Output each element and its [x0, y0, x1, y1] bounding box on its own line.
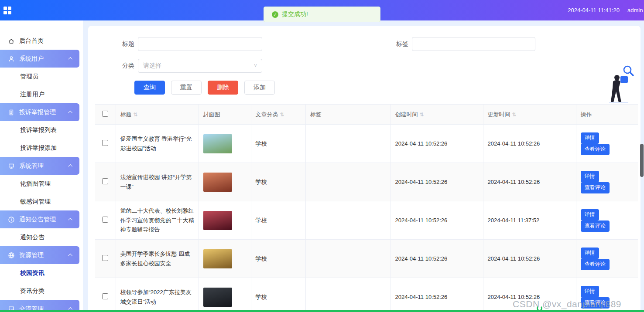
view-comments-button[interactable]: 查看评论: [581, 220, 610, 232]
row-checkbox[interactable]: [102, 178, 108, 184]
sidebar-subitem-5-1[interactable]: 资讯分类: [0, 282, 83, 300]
column-header[interactable]: 创建时间⇅: [391, 105, 483, 125]
column-header[interactable]: 标题⇅: [116, 105, 199, 125]
category-select[interactable]: 请选择 ˅: [138, 59, 262, 73]
table-row: 法治宣传进校园 讲好“开学第一课”学校2024-04-11 10:52:2620…: [95, 163, 638, 201]
sidebar-group-1[interactable]: 系统用户: [0, 50, 79, 68]
chevron-up-icon: [68, 254, 72, 258]
created-cell: 2024-04-11 10:52:26: [391, 125, 483, 163]
cover-image-dark-video-grid: [203, 288, 232, 307]
chevron-up-icon: [68, 57, 72, 61]
category-cell: 学校: [251, 163, 305, 201]
filter-form: 标题 标签 分类 请选择 ˅ 查询 重置 删除 添加: [88, 26, 641, 95]
sidebar-item-label: 后台首页: [19, 37, 44, 45]
sort-icon[interactable]: ⇅: [280, 112, 284, 118]
tag-cell: [305, 201, 391, 240]
sidebar-subitem-1-1[interactable]: 注册用户: [0, 85, 83, 103]
sidebar-subitem-2-0[interactable]: 投诉举报列表: [0, 121, 83, 139]
home-icon: [8, 37, 15, 44]
tag-filter-label: 标签: [395, 40, 408, 48]
header-right: 2024-04-11 11:41:20 admin: [568, 7, 644, 14]
sidebar-group-label: 投诉举报管理: [19, 109, 56, 116]
detail-button[interactable]: 详情: [581, 286, 599, 297]
cover-image-autumn-campus-path: [203, 249, 232, 268]
table-row: 促爱国主义教育 香港举行“光影进校园”活动学校2024-04-11 10:52:…: [95, 125, 638, 163]
sidebar-group-4[interactable]: 通知公告管理: [0, 210, 79, 228]
cover-cell: [199, 278, 251, 312]
row-checkbox[interactable]: [102, 293, 108, 299]
chevron-up-icon: [68, 218, 72, 222]
sidebar-group-5[interactable]: 资源管理: [0, 246, 79, 264]
table-row: 党的二十大代表、校长刘雅红作学习宣传贯彻党的二十大精神专题辅导报告学校2024-…: [95, 201, 638, 240]
category-cell: 学校: [251, 125, 305, 163]
sidebar-subitem-5-0[interactable]: 校园资讯: [0, 264, 83, 282]
table-body: 促爱国主义教育 香港举行“光影进校园”活动学校2024-04-11 10:52:…: [95, 125, 638, 312]
tag-cell: [305, 125, 391, 163]
detail-button[interactable]: 详情: [581, 209, 599, 220]
column-header[interactable]: 文章分类⇅: [251, 105, 305, 125]
select-all-cell: [95, 105, 116, 125]
view-comments-button[interactable]: 查看评论: [581, 259, 610, 270]
chevron-up-icon: [68, 164, 72, 169]
updated-cell: 2024-04-11 10:52:26: [483, 163, 576, 201]
add-button[interactable]: 添加: [244, 81, 275, 95]
success-check-icon: ✓: [272, 11, 278, 18]
row-checkbox[interactable]: [102, 255, 108, 261]
detail-button[interactable]: 详情: [581, 248, 599, 259]
detail-button[interactable]: 详情: [581, 171, 599, 182]
globe-icon: [8, 252, 15, 259]
success-toast: ✓ 提交成功!: [264, 7, 380, 22]
row-checkbox[interactable]: [102, 140, 108, 146]
reset-button[interactable]: 重置: [171, 81, 202, 95]
header-clock: 2024-04-11 11:41:20: [568, 7, 620, 14]
created-cell: 2024-04-11 10:52:26: [391, 278, 483, 312]
tag-filter-input[interactable]: [412, 37, 535, 51]
sort-icon[interactable]: ⇅: [512, 112, 517, 118]
column-header[interactable]: 更新时间⇅: [483, 105, 576, 125]
info-icon: [8, 216, 15, 223]
category-cell: 学校: [251, 278, 305, 312]
header-username[interactable]: admin: [627, 7, 644, 14]
sidebar-subitem-3-1[interactable]: 敏感词管理: [0, 193, 83, 210]
sidebar-subitem-3-0[interactable]: 轮播图管理: [0, 175, 83, 193]
select-all-checkbox[interactable]: [102, 111, 108, 117]
app-menu-grid-icon[interactable]: [3, 7, 11, 14]
delete-button[interactable]: 删除: [208, 81, 238, 95]
title-cell: 党的二十大代表、校长刘雅红作学习宣传贯彻党的二十大精神专题辅导报告: [116, 201, 199, 240]
sort-icon[interactable]: ⇅: [134, 112, 138, 118]
cover-image-campus-green-trees: [203, 134, 232, 153]
updated-cell: 2024-04-11 10:52:26: [483, 125, 576, 163]
updated-cell: 2024-04-11 10:52:26: [483, 240, 576, 278]
table-row: 美国开学季家长多忧愁 四成多家长担心校园安全学校2024-04-11 10:52…: [95, 240, 638, 278]
row-checkbox[interactable]: [102, 217, 108, 223]
sidebar-group-label: 通知公告管理: [19, 216, 56, 224]
sidebar-subitem-1-0[interactable]: 管理员: [0, 68, 83, 85]
category-cell: 学校: [251, 240, 305, 278]
sidebar-group-3[interactable]: 系统管理: [0, 157, 79, 175]
search-button[interactable]: 查询: [134, 81, 165, 95]
cover-image-red-brick-building: [203, 173, 232, 192]
page-scrollbar-thumb[interactable]: [640, 144, 644, 177]
sidebar-subitem-4-0[interactable]: 通知公告: [0, 228, 83, 246]
created-cell: 2024-04-11 10:52:26: [391, 240, 483, 278]
detail-button[interactable]: 详情: [581, 132, 599, 144]
category-cell: 学校: [251, 201, 305, 240]
tag-cell: [305, 163, 391, 201]
sidebar-item-0[interactable]: 后台首页: [0, 32, 83, 50]
main-panel: 标题 标签 分类 请选择 ˅ 查询 重置 删除 添加: [88, 26, 641, 312]
search-illustration: [607, 64, 635, 104]
view-comments-button[interactable]: 查看评论: [581, 144, 610, 155]
sort-icon[interactable]: ⇅: [420, 112, 424, 118]
report-icon: [8, 109, 15, 116]
title-filter-input[interactable]: [138, 37, 262, 51]
sidebar: 后台首页系统用户管理员注册用户投诉举报管理投诉举报列表投诉举报添加系统管理轮播图…: [0, 20, 83, 312]
sidebar-group-2[interactable]: 投诉举报管理: [0, 103, 79, 121]
toast-message: 提交成功!: [282, 10, 308, 18]
category-filter-label: 分类: [121, 62, 134, 70]
created-cell: 2024-04-11 10:52:26: [391, 201, 483, 240]
sidebar-subitem-2-1[interactable]: 投诉举报添加: [0, 139, 83, 157]
column-header: 操作: [576, 105, 638, 125]
view-comments-button[interactable]: 查看评论: [581, 182, 610, 193]
cover-cell: [199, 201, 251, 240]
tag-cell: [305, 240, 391, 278]
